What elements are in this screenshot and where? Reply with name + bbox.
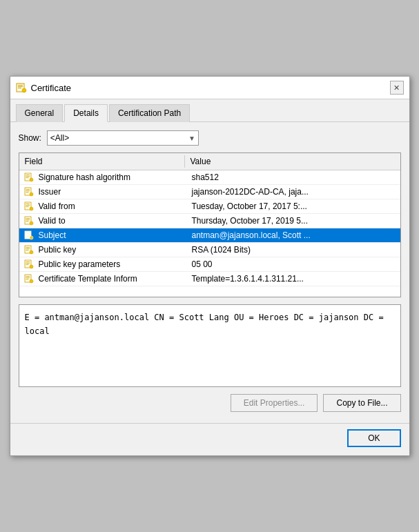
- svg-rect-42: [26, 277, 30, 278]
- svg-rect-16: [26, 204, 30, 204]
- svg-rect-13: [26, 192, 28, 193]
- tab-details[interactable]: Details: [64, 104, 108, 122]
- field-icon: [22, 230, 36, 241]
- col-field: Field: [19, 155, 185, 168]
- row-field: Subject: [36, 228, 186, 242]
- svg-rect-2: [18, 86, 23, 87]
- svg-rect-8: [26, 177, 28, 178]
- field-icon: [22, 259, 36, 270]
- tab-bar: General Details Certification Path: [10, 99, 409, 122]
- row-field: Signature hash algorithm: [36, 170, 186, 184]
- row-value: sha512: [186, 170, 400, 184]
- title-bar-left: Certificate: [16, 82, 72, 93]
- row-value: Tuesday, October 17, 2017 5:...: [186, 199, 400, 213]
- svg-point-29: [30, 236, 33, 239]
- svg-rect-11: [26, 189, 30, 190]
- field-icon: [22, 244, 36, 255]
- tab-general[interactable]: General: [16, 104, 64, 122]
- col-value: Value: [185, 155, 400, 168]
- table-header: Field Value: [19, 153, 400, 170]
- show-select-value: <All>: [50, 133, 69, 143]
- svg-point-24: [30, 221, 33, 225]
- svg-point-14: [30, 193, 33, 196]
- row-value: jajanson-2012DC-AD-CA, jaja...: [186, 185, 400, 199]
- certificate-dialog: Certificate ✕ General Details Certificat…: [10, 76, 410, 456]
- svg-rect-17: [26, 205, 30, 206]
- field-icon: [22, 186, 36, 197]
- field-icon: [22, 201, 36, 212]
- table-body: Signature hash algorithmsha512 Issuerjaj…: [19, 170, 400, 295]
- svg-rect-6: [26, 175, 30, 175]
- svg-point-9: [30, 178, 33, 181]
- show-label: Show:: [19, 133, 41, 143]
- svg-rect-7: [26, 176, 30, 177]
- fields-table: Field Value Signature hash algorithmsha5…: [19, 152, 401, 297]
- svg-point-34: [30, 250, 33, 254]
- row-value: RSA (1024 Bits): [186, 243, 400, 257]
- svg-rect-37: [26, 263, 30, 264]
- table-row[interactable]: Public keyRSA (1024 Bits): [19, 243, 400, 257]
- svg-rect-28: [26, 235, 28, 236]
- certificate-icon: [16, 82, 27, 93]
- svg-rect-33: [26, 250, 28, 250]
- table-row[interactable]: Signature hash algorithmsha512: [19, 170, 400, 185]
- field-icon: [22, 172, 36, 183]
- edit-properties-button[interactable]: Edit Properties...: [231, 394, 318, 412]
- close-button[interactable]: ✕: [390, 81, 404, 95]
- svg-point-39: [30, 265, 33, 268]
- chevron-down-icon: ▼: [188, 135, 195, 142]
- title-bar: Certificate ✕: [10, 77, 409, 99]
- table-row[interactable]: Certificate Template InformTemplate=1.3.…: [19, 272, 400, 286]
- row-field: Valid from: [36, 199, 186, 213]
- row-field: Certificate Template Inform: [36, 272, 186, 286]
- row-value: Template=1.3.6.1.4.1.311.21...: [186, 272, 400, 286]
- svg-rect-23: [26, 221, 28, 221]
- table-row[interactable]: Public key parameters05 00: [19, 257, 400, 272]
- svg-rect-1: [18, 85, 23, 86]
- tab-content: Show: <All> ▼ Field Value Signature hash…: [10, 122, 409, 420]
- row-field: Issuer: [36, 185, 186, 199]
- show-row: Show: <All> ▼: [19, 130, 401, 146]
- copy-to-file-button[interactable]: Copy to File...: [323, 394, 400, 412]
- svg-rect-21: [26, 218, 30, 219]
- table-row[interactable]: Valid toThursday, October 17, 2019 5...: [19, 214, 400, 228]
- detail-box: E = antman@jajanson.local CN = Scott Lan…: [19, 304, 401, 387]
- svg-point-44: [30, 279, 33, 283]
- table-row[interactable]: Valid fromTuesday, October 17, 2017 5:..…: [19, 199, 400, 214]
- svg-rect-31: [26, 247, 30, 248]
- svg-rect-38: [26, 264, 28, 265]
- svg-rect-27: [26, 234, 30, 235]
- svg-rect-36: [26, 262, 30, 262]
- row-value: Thursday, October 17, 2019 5...: [186, 214, 400, 228]
- field-icon: [22, 215, 36, 226]
- svg-rect-22: [26, 219, 30, 220]
- table-row[interactable]: Subjectantman@jajanson.local, Scott ...: [19, 228, 400, 243]
- svg-rect-43: [26, 279, 28, 279]
- svg-rect-3: [18, 88, 21, 88]
- svg-rect-32: [26, 248, 30, 249]
- tab-certification-path[interactable]: Certification Path: [109, 104, 190, 122]
- ok-button[interactable]: OK: [347, 429, 400, 447]
- svg-rect-12: [26, 190, 30, 191]
- table-row[interactable]: Issuerjajanson-2012DC-AD-CA, jaja...: [19, 185, 400, 199]
- field-icon: [22, 273, 36, 284]
- svg-rect-26: [26, 233, 30, 233]
- row-field: Valid to: [36, 214, 186, 228]
- svg-point-19: [30, 207, 33, 210]
- row-value: antman@jajanson.local, Scott ...: [186, 228, 400, 242]
- row-field: Public key: [36, 243, 186, 257]
- action-buttons: Edit Properties... Copy to File...: [19, 394, 401, 412]
- row-field: Public key parameters: [36, 257, 186, 271]
- show-select[interactable]: <All> ▼: [47, 130, 199, 146]
- ok-row: OK: [10, 423, 409, 455]
- row-value: 05 00: [186, 257, 400, 271]
- svg-rect-41: [26, 276, 30, 277]
- window-title: Certificate: [31, 83, 72, 93]
- svg-rect-18: [26, 206, 28, 207]
